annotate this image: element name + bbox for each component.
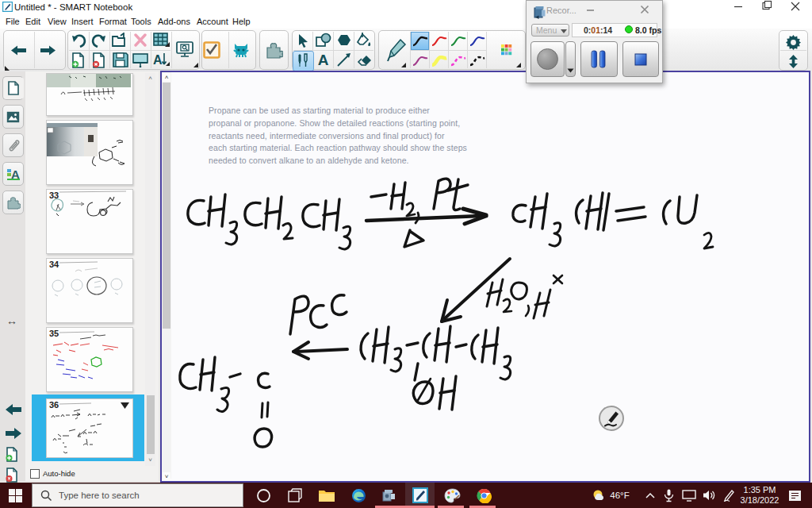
- svg-text:A: A: [153, 53, 163, 67]
